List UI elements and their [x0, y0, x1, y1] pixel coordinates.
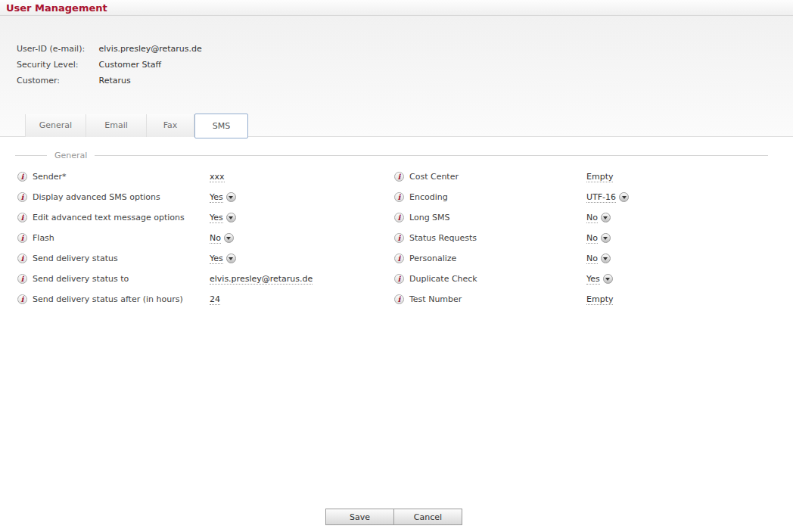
field-value[interactable]: Empty	[586, 294, 613, 305]
dropdown-icon[interactable]	[226, 213, 236, 222]
info-icon[interactable]: i	[17, 274, 27, 284]
field-label: Long SMS	[409, 213, 586, 222]
save-button[interactable]: Save	[325, 509, 394, 525]
tab-sms[interactable]: SMS	[194, 114, 248, 138]
form-row: i Sender* xxx	[17, 166, 378, 187]
form-row: i Personalize No	[394, 248, 793, 269]
sms-settings-form: i Sender* xxx i Display advanced SMS opt…	[0, 166, 793, 310]
form-row: i Long SMS No	[394, 207, 793, 228]
field-value[interactable]: UTF-16	[586, 192, 616, 203]
field-label: Cost Center	[409, 172, 586, 182]
dropdown-icon[interactable]	[601, 254, 611, 263]
field-value[interactable]: No	[586, 254, 598, 264]
section-legend: General	[0, 151, 793, 160]
field-label: Edit advanced text message options	[33, 213, 210, 222]
field-value[interactable]: Empty	[586, 172, 613, 182]
field-value[interactable]: No	[210, 233, 221, 244]
info-icon[interactable]: i	[394, 172, 404, 182]
field-value[interactable]: elvis.presley@retarus.de	[210, 274, 313, 285]
user-summary-section: User-ID (e-mail): elvis.presley@retarus.…	[0, 16, 793, 137]
down-triangle-icon	[229, 216, 233, 219]
info-icon[interactable]: i	[394, 274, 404, 284]
down-triangle-icon	[229, 257, 233, 260]
field-label: Duplicate Check	[409, 274, 586, 284]
field-label: Personalize	[409, 254, 586, 263]
form-row: i Display advanced SMS options Yes	[17, 187, 378, 207]
tab-email[interactable]: Email	[86, 114, 146, 137]
dropdown-icon[interactable]	[226, 192, 236, 202]
info-icon[interactable]: i	[17, 192, 27, 202]
user-info-label: User-ID (e-mail):	[17, 41, 96, 57]
dropdown-icon[interactable]	[601, 213, 611, 222]
form-row: i Duplicate Check Yes	[394, 269, 793, 289]
user-info-label: Customer:	[17, 73, 96, 89]
tab-fax[interactable]: Fax	[146, 114, 194, 137]
tab-label: Fax	[163, 120, 178, 130]
tab-bar: General Email Fax SMS	[25, 114, 248, 137]
info-icon[interactable]: i	[17, 294, 27, 304]
form-row: i Edit advanced text message options Yes	[17, 207, 378, 228]
form-row: i Send delivery status to elvis.presley@…	[17, 269, 378, 289]
form-row: i Cost Center Empty	[394, 166, 793, 187]
user-info-value: Retarus	[99, 76, 131, 86]
page-header: User Management	[0, 0, 793, 16]
info-icon[interactable]: i	[394, 233, 404, 243]
info-icon[interactable]: i	[394, 213, 404, 222]
field-label: Encoding	[409, 192, 586, 202]
user-info-row: Security Level: Customer Staff	[17, 57, 793, 73]
info-icon[interactable]: i	[17, 233, 27, 243]
tab-general[interactable]: General	[25, 114, 86, 137]
cancel-button[interactable]: Cancel	[393, 509, 462, 525]
field-value[interactable]: Yes	[210, 254, 223, 264]
field-label: Send delivery status	[33, 254, 210, 263]
page-title: User Management	[6, 2, 107, 14]
user-management-page: User Management User-ID (e-mail): elvis.…	[0, 0, 793, 532]
user-info-block: User-ID (e-mail): elvis.presley@retarus.…	[0, 16, 793, 89]
field-value[interactable]: 24	[210, 294, 220, 305]
down-triangle-icon	[226, 237, 231, 240]
form-row: i Status Requests No	[394, 228, 793, 248]
user-info-value: Customer Staff	[99, 60, 162, 70]
form-row: i Send delivery status after (in hours) …	[17, 289, 378, 310]
form-column-left: i Sender* xxx i Display advanced SMS opt…	[17, 166, 378, 310]
field-value[interactable]: Yes	[210, 213, 223, 223]
down-triangle-icon	[229, 196, 233, 199]
field-label: Flash	[33, 233, 210, 243]
legend-line-left	[15, 155, 47, 156]
info-icon[interactable]: i	[394, 254, 404, 263]
dropdown-icon[interactable]	[601, 233, 611, 243]
info-icon[interactable]: i	[17, 213, 27, 222]
tab-label: Email	[104, 120, 128, 130]
user-info-row: Customer: Retarus	[17, 73, 793, 89]
dropdown-icon[interactable]	[603, 274, 613, 284]
form-row: i Send delivery status Yes	[17, 248, 378, 269]
tab-label: SMS	[213, 121, 230, 131]
field-value[interactable]: Yes	[210, 192, 223, 203]
field-value[interactable]: xxx	[210, 172, 225, 182]
tab-content: General i Sender* xxx i Display advanced…	[0, 137, 793, 310]
field-label: Sender*	[33, 172, 210, 182]
info-icon[interactable]: i	[394, 192, 404, 202]
down-triangle-icon	[603, 216, 608, 219]
info-icon[interactable]: i	[394, 294, 404, 304]
field-label: Test Number	[409, 294, 586, 304]
down-triangle-icon	[622, 196, 627, 199]
tab-label: General	[39, 120, 72, 130]
dropdown-icon[interactable]	[224, 233, 234, 243]
down-triangle-icon	[603, 257, 608, 260]
field-label: Status Requests	[409, 233, 586, 243]
info-icon[interactable]: i	[17, 172, 27, 182]
form-row: i Test Number Empty	[394, 289, 793, 310]
field-value[interactable]: Yes	[586, 274, 600, 285]
action-button-bar: Save Cancel	[325, 509, 462, 525]
user-info-value: elvis.presley@retarus.de	[99, 44, 202, 54]
field-value[interactable]: No	[586, 213, 598, 223]
down-triangle-icon	[603, 237, 608, 240]
field-label: Send delivery status after (in hours)	[33, 294, 210, 304]
dropdown-icon[interactable]	[619, 192, 629, 202]
dropdown-icon[interactable]	[226, 254, 236, 263]
down-triangle-icon	[605, 278, 610, 281]
info-icon[interactable]: i	[17, 254, 27, 263]
section-legend-label: General	[47, 151, 95, 160]
field-value[interactable]: No	[586, 233, 598, 244]
